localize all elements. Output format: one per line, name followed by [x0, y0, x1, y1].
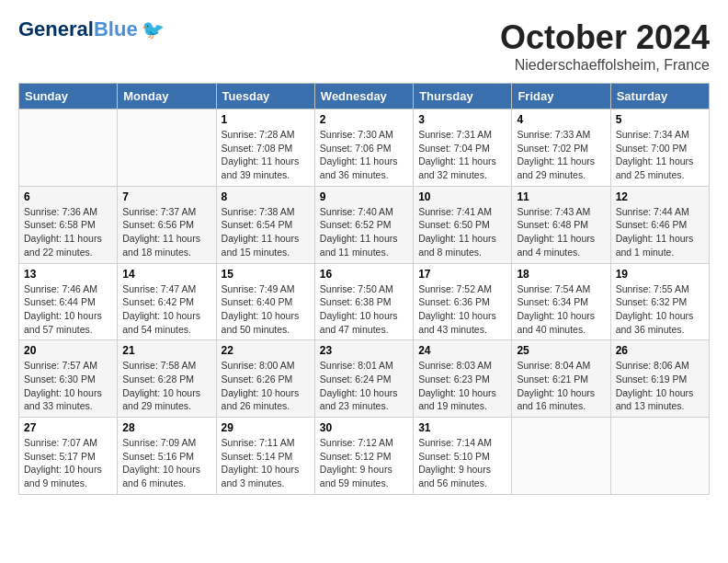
calendar-cell: 19Sunrise: 7:55 AMSunset: 6:32 PMDayligh… [610, 263, 709, 340]
calendar-cell: 18Sunrise: 7:54 AMSunset: 6:34 PMDayligh… [512, 263, 610, 340]
day-number: 29 [222, 421, 310, 434]
day-number: 12 [616, 190, 704, 203]
calendar-cell [512, 418, 610, 495]
day-number: 6 [24, 190, 112, 203]
calendar-cell [118, 109, 216, 187]
calendar-week-row: 13Sunrise: 7:46 AMSunset: 6:44 PMDayligh… [19, 263, 710, 340]
day-number: 19 [616, 268, 704, 281]
day-detail: Sunrise: 7:12 AMSunset: 5:12 PMDaylight:… [320, 436, 408, 490]
day-number: 24 [418, 344, 506, 357]
day-detail: Sunrise: 8:06 AMSunset: 6:19 PMDaylight:… [616, 359, 704, 413]
day-detail: Sunrise: 7:49 AMSunset: 6:40 PMDaylight:… [222, 282, 310, 337]
calendar-cell: 27Sunrise: 7:07 AMSunset: 5:17 PMDayligh… [19, 418, 118, 495]
header-thursday: Thursday [414, 84, 512, 109]
day-number: 15 [222, 268, 310, 281]
day-detail: Sunrise: 7:28 AMSunset: 7:08 PMDaylight:… [222, 128, 310, 182]
calendar-cell [19, 109, 118, 187]
weekday-header-row: Sunday Monday Tuesday Wednesday Thursday… [19, 84, 710, 109]
day-number: 1 [222, 113, 310, 126]
day-number: 22 [222, 344, 310, 357]
day-number: 10 [418, 190, 506, 203]
day-detail: Sunrise: 7:50 AMSunset: 6:38 PMDaylight:… [320, 282, 408, 337]
calendar-week-row: 27Sunrise: 7:07 AMSunset: 5:17 PMDayligh… [19, 418, 710, 495]
day-detail: Sunrise: 7:46 AMSunset: 6:44 PMDaylight:… [24, 282, 112, 337]
calendar-cell: 30Sunrise: 7:12 AMSunset: 5:12 PMDayligh… [314, 418, 413, 495]
calendar-cell: 21Sunrise: 7:58 AMSunset: 6:28 PMDayligh… [118, 340, 216, 418]
calendar-cell: 9Sunrise: 7:40 AMSunset: 6:52 PMDaylight… [314, 186, 413, 263]
day-detail: Sunrise: 7:38 AMSunset: 6:54 PMDaylight:… [222, 205, 310, 259]
location-title: Niederschaeffolsheim, France [500, 57, 710, 74]
calendar-cell: 7Sunrise: 7:37 AMSunset: 6:56 PMDaylight… [118, 186, 216, 263]
day-detail: Sunrise: 7:11 AMSunset: 5:14 PMDaylight:… [222, 436, 310, 490]
day-number: 31 [418, 421, 506, 434]
day-detail: Sunrise: 7:36 AMSunset: 6:58 PMDaylight:… [24, 205, 112, 259]
day-number: 9 [320, 190, 408, 203]
day-detail: Sunrise: 7:31 AMSunset: 7:04 PMDaylight:… [418, 128, 506, 182]
header-monday: Monday [118, 84, 216, 109]
calendar-cell: 25Sunrise: 8:04 AMSunset: 6:21 PMDayligh… [512, 340, 610, 418]
day-detail: Sunrise: 8:04 AMSunset: 6:21 PMDaylight:… [517, 359, 605, 413]
day-number: 23 [320, 344, 408, 357]
day-number: 13 [24, 268, 112, 281]
calendar-cell: 2Sunrise: 7:30 AMSunset: 7:06 PMDaylight… [314, 109, 413, 187]
calendar-cell: 11Sunrise: 7:43 AMSunset: 6:48 PMDayligh… [512, 186, 610, 263]
day-number: 27 [24, 421, 112, 434]
day-number: 5 [616, 113, 704, 126]
day-detail: Sunrise: 7:07 AMSunset: 5:17 PMDaylight:… [24, 436, 112, 490]
day-number: 11 [517, 190, 605, 203]
day-number: 28 [122, 421, 210, 434]
day-detail: Sunrise: 7:52 AMSunset: 6:36 PMDaylight:… [418, 282, 506, 337]
calendar-week-row: 20Sunrise: 7:57 AMSunset: 6:30 PMDayligh… [19, 340, 710, 418]
day-number: 7 [122, 190, 210, 203]
calendar-cell: 14Sunrise: 7:47 AMSunset: 6:42 PMDayligh… [118, 263, 216, 340]
day-number: 4 [517, 113, 605, 126]
day-number: 18 [517, 268, 605, 281]
day-detail: Sunrise: 7:57 AMSunset: 6:30 PMDaylight:… [24, 359, 112, 413]
day-detail: Sunrise: 7:14 AMSunset: 5:10 PMDaylight:… [418, 436, 506, 490]
calendar-cell: 4Sunrise: 7:33 AMSunset: 7:02 PMDaylight… [512, 109, 610, 187]
day-detail: Sunrise: 7:09 AMSunset: 5:16 PMDaylight:… [122, 436, 210, 490]
day-detail: Sunrise: 8:01 AMSunset: 6:24 PMDaylight:… [320, 359, 408, 413]
day-number: 8 [222, 190, 310, 203]
day-number: 30 [320, 421, 408, 434]
day-number: 14 [122, 268, 210, 281]
month-title: October 2024 [500, 18, 710, 57]
logo: GeneralBlue 🐦 [18, 18, 165, 40]
calendar-cell: 26Sunrise: 8:06 AMSunset: 6:19 PMDayligh… [610, 340, 709, 418]
calendar-cell: 20Sunrise: 7:57 AMSunset: 6:30 PMDayligh… [19, 340, 118, 418]
calendar: Sunday Monday Tuesday Wednesday Thursday… [18, 83, 710, 495]
calendar-cell: 29Sunrise: 7:11 AMSunset: 5:14 PMDayligh… [216, 418, 314, 495]
title-area: October 2024 Niederschaeffolsheim, Franc… [500, 18, 710, 74]
calendar-cell: 23Sunrise: 8:01 AMSunset: 6:24 PMDayligh… [314, 340, 413, 418]
day-detail: Sunrise: 7:47 AMSunset: 6:42 PMDaylight:… [122, 282, 210, 337]
day-number: 17 [418, 268, 506, 281]
calendar-week-row: 6Sunrise: 7:36 AMSunset: 6:58 PMDaylight… [19, 186, 710, 263]
calendar-cell: 6Sunrise: 7:36 AMSunset: 6:58 PMDaylight… [19, 186, 118, 263]
day-detail: Sunrise: 7:55 AMSunset: 6:32 PMDaylight:… [616, 282, 704, 337]
header-tuesday: Tuesday [216, 84, 314, 109]
calendar-cell: 28Sunrise: 7:09 AMSunset: 5:16 PMDayligh… [118, 418, 216, 495]
header-saturday: Saturday [610, 84, 709, 109]
calendar-cell: 17Sunrise: 7:52 AMSunset: 6:36 PMDayligh… [414, 263, 512, 340]
day-detail: Sunrise: 7:44 AMSunset: 6:46 PMDaylight:… [616, 205, 704, 259]
header-friday: Friday [512, 84, 610, 109]
day-number: 16 [320, 268, 408, 281]
day-number: 26 [616, 344, 704, 357]
calendar-cell: 15Sunrise: 7:49 AMSunset: 6:40 PMDayligh… [216, 263, 314, 340]
day-detail: Sunrise: 7:40 AMSunset: 6:52 PMDaylight:… [320, 205, 408, 259]
calendar-cell: 12Sunrise: 7:44 AMSunset: 6:46 PMDayligh… [610, 186, 709, 263]
header-wednesday: Wednesday [314, 84, 413, 109]
calendar-week-row: 1Sunrise: 7:28 AMSunset: 7:08 PMDaylight… [19, 109, 710, 187]
calendar-cell: 8Sunrise: 7:38 AMSunset: 6:54 PMDaylight… [216, 186, 314, 263]
day-number: 25 [517, 344, 605, 357]
calendar-cell: 10Sunrise: 7:41 AMSunset: 6:50 PMDayligh… [414, 186, 512, 263]
day-detail: Sunrise: 7:34 AMSunset: 7:00 PMDaylight:… [616, 128, 704, 182]
calendar-cell: 13Sunrise: 7:46 AMSunset: 6:44 PMDayligh… [19, 263, 118, 340]
calendar-cell: 1Sunrise: 7:28 AMSunset: 7:08 PMDaylight… [216, 109, 314, 187]
day-number: 3 [418, 113, 506, 126]
calendar-cell: 31Sunrise: 7:14 AMSunset: 5:10 PMDayligh… [414, 418, 512, 495]
calendar-cell: 3Sunrise: 7:31 AMSunset: 7:04 PMDaylight… [414, 109, 512, 187]
day-detail: Sunrise: 8:00 AMSunset: 6:26 PMDaylight:… [222, 359, 310, 413]
day-detail: Sunrise: 7:41 AMSunset: 6:50 PMDaylight:… [418, 205, 506, 259]
day-detail: Sunrise: 7:54 AMSunset: 6:34 PMDaylight:… [517, 282, 605, 337]
